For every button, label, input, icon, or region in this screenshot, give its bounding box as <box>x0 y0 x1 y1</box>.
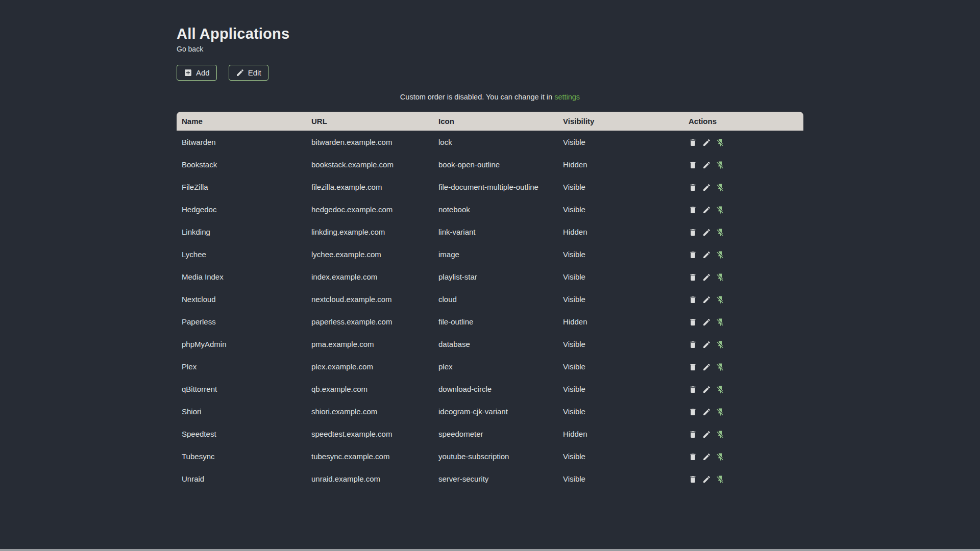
unpin-icon[interactable] <box>716 475 725 484</box>
delete-icon[interactable] <box>689 385 697 394</box>
app-visibility: Hidden <box>558 422 683 445</box>
edit-button-label: Edit <box>248 69 261 77</box>
edit-icon[interactable] <box>702 385 711 394</box>
unpin-icon[interactable] <box>716 273 725 282</box>
edit-icon[interactable] <box>702 340 711 349</box>
app-actions <box>683 243 803 265</box>
edit-icon[interactable] <box>702 138 711 147</box>
plus-box-icon <box>184 68 192 77</box>
unpin-icon[interactable] <box>716 385 725 394</box>
table-row: qBittorrent qb.example.com download-circ… <box>177 378 803 400</box>
app-visibility: Visible <box>558 265 683 288</box>
delete-icon[interactable] <box>689 295 697 304</box>
edit-icon[interactable] <box>702 251 711 259</box>
delete-icon[interactable] <box>689 161 697 169</box>
edit-icon[interactable] <box>702 295 711 304</box>
edit-icon[interactable] <box>702 408 711 416</box>
unpin-icon[interactable] <box>716 408 725 416</box>
app-icon-name: plex <box>433 355 558 378</box>
unpin-icon[interactable] <box>716 138 725 147</box>
table-row: Media Index index.example.com playlist-s… <box>177 265 803 288</box>
custom-order-note: Custom order is disabled. You can change… <box>177 93 803 101</box>
edit-icon[interactable] <box>702 161 711 169</box>
page-title: All Applications <box>177 26 803 42</box>
app-actions <box>683 220 803 243</box>
unpin-icon[interactable] <box>716 340 725 349</box>
edit-icon[interactable] <box>702 430 711 439</box>
app-actions <box>683 333 803 355</box>
app-visibility: Visible <box>558 198 683 220</box>
app-url: pma.example.com <box>306 333 433 355</box>
go-back-link[interactable]: Go back <box>177 45 203 53</box>
unpin-icon[interactable] <box>716 295 725 304</box>
app-visibility: Visible <box>558 131 683 153</box>
edit-button[interactable]: Edit <box>229 65 268 81</box>
unpin-icon[interactable] <box>716 206 725 214</box>
delete-icon[interactable] <box>689 273 697 282</box>
app-name: Linkding <box>177 220 306 243</box>
edit-icon[interactable] <box>702 273 711 282</box>
add-button-label: Add <box>196 69 210 77</box>
delete-icon[interactable] <box>689 318 697 327</box>
delete-icon[interactable] <box>689 363 697 371</box>
app-actions <box>683 176 803 198</box>
unpin-icon[interactable] <box>716 251 725 259</box>
app-icon-name: download-circle <box>433 378 558 400</box>
app-icon-name: server-security <box>433 467 558 490</box>
unpin-icon[interactable] <box>716 363 725 371</box>
app-name: Nextcloud <box>177 288 306 310</box>
app-icon-name: link-variant <box>433 220 558 243</box>
delete-icon[interactable] <box>689 430 697 439</box>
delete-icon[interactable] <box>689 206 697 214</box>
delete-icon[interactable] <box>689 475 697 484</box>
app-url: plex.example.com <box>306 355 433 378</box>
app-name: Lychee <box>177 243 306 265</box>
app-name: Bitwarden <box>177 131 306 153</box>
app-icon-name: notebook <box>433 198 558 220</box>
delete-icon[interactable] <box>689 408 697 416</box>
unpin-icon[interactable] <box>716 453 725 461</box>
app-icon-name: database <box>433 333 558 355</box>
unpin-icon[interactable] <box>716 183 725 192</box>
table-row: Plex plex.example.com plex Visible <box>177 355 803 378</box>
edit-icon[interactable] <box>702 228 711 237</box>
app-url: unraid.example.com <box>306 467 433 490</box>
table-row: Lychee lychee.example.com image Visible <box>177 243 803 265</box>
toolbar: Add Edit <box>177 65 803 81</box>
pencil-icon <box>236 68 244 77</box>
unpin-icon[interactable] <box>716 430 725 439</box>
table-row: Paperless paperless.example.com file-out… <box>177 310 803 333</box>
table-row: Hedgedoc hedgedoc.example.com notebook V… <box>177 198 803 220</box>
app-visibility: Visible <box>558 176 683 198</box>
app-actions <box>683 378 803 400</box>
unpin-icon[interactable] <box>716 228 725 237</box>
edit-icon[interactable] <box>702 453 711 461</box>
table-body: Bitwarden bitwarden.example.com lock Vis… <box>177 131 803 490</box>
delete-icon[interactable] <box>689 183 697 192</box>
app-icon-name: ideogram-cjk-variant <box>433 400 558 422</box>
app-url: bitwarden.example.com <box>306 131 433 153</box>
delete-icon[interactable] <box>689 251 697 259</box>
edit-icon[interactable] <box>702 363 711 371</box>
app-actions <box>683 467 803 490</box>
edit-icon[interactable] <box>702 318 711 327</box>
delete-icon[interactable] <box>689 340 697 349</box>
app-actions <box>683 445 803 467</box>
app-visibility: Visible <box>558 400 683 422</box>
column-header-url: URL <box>306 112 433 131</box>
unpin-icon[interactable] <box>716 161 725 169</box>
delete-icon[interactable] <box>689 453 697 461</box>
edit-icon[interactable] <box>702 206 711 214</box>
add-button[interactable]: Add <box>177 65 217 81</box>
delete-icon[interactable] <box>689 228 697 237</box>
edit-icon[interactable] <box>702 475 711 484</box>
column-header-actions: Actions <box>683 112 803 131</box>
app-name: Speedtest <box>177 422 306 445</box>
app-icon-name: speedometer <box>433 422 558 445</box>
unpin-icon[interactable] <box>716 318 725 327</box>
app-actions <box>683 355 803 378</box>
delete-icon[interactable] <box>689 138 697 147</box>
edit-icon[interactable] <box>702 183 711 192</box>
settings-link[interactable]: settings <box>554 93 580 101</box>
table-row: Nextcloud nextcloud.example.com cloud Vi… <box>177 288 803 310</box>
